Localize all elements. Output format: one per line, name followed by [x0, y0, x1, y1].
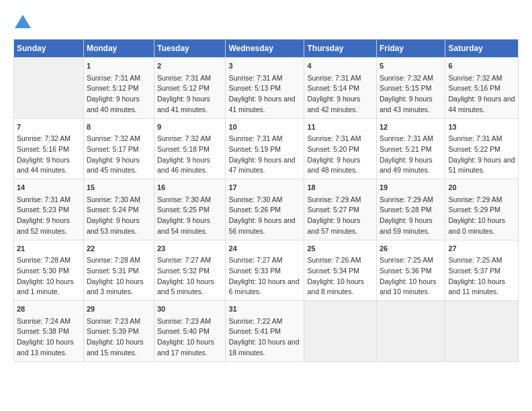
sunset-text: Sunset: 5:30 PM: [17, 267, 69, 275]
svg-marker-0: [15, 15, 31, 28]
sunrise-text: Sunrise: 7:23 AM: [157, 317, 211, 325]
day-number: 26: [380, 243, 443, 255]
sunrise-text: Sunrise: 7:26 AM: [307, 256, 361, 264]
sunset-text: Sunset: 5:22 PM: [448, 145, 500, 153]
day-number: 30: [157, 304, 222, 315]
day-number: 27: [448, 243, 515, 255]
sunset-text: Sunset: 5:18 PM: [157, 145, 210, 153]
sunset-text: Sunset: 5:16 PM: [448, 84, 500, 92]
sunrise-text: Sunrise: 7:32 AM: [87, 134, 140, 142]
sunrise-text: Sunrise: 7:28 AM: [87, 256, 140, 264]
weekday-header: Friday: [376, 40, 445, 58]
daylight-text: Daylight: 9 hours and 48 minutes.: [307, 156, 360, 175]
calendar-cell: 21 Sunrise: 7:28 AM Sunset: 5:30 PM Dayl…: [14, 240, 84, 301]
sunrise-text: Sunrise: 7:31 AM: [17, 195, 71, 203]
day-number: 24: [228, 243, 301, 255]
sunrise-text: Sunrise: 7:30 AM: [87, 195, 140, 203]
daylight-text: Daylight: 9 hours and 52 minutes.: [17, 216, 70, 235]
calendar-cell: 14 Sunrise: 7:31 AM Sunset: 5:23 PM Dayl…: [14, 179, 84, 240]
sunrise-text: Sunrise: 7:30 AM: [228, 195, 282, 203]
calendar-header: SundayMondayTuesdayWednesdayThursdayFrid…: [14, 40, 519, 58]
calendar-cell: 13 Sunrise: 7:31 AM Sunset: 5:22 PM Dayl…: [445, 118, 519, 179]
daylight-text: Daylight: 9 hours and 59 minutes.: [380, 216, 433, 235]
sunset-text: Sunset: 5:33 PM: [228, 267, 281, 275]
day-number: 12: [380, 122, 443, 133]
daylight-text: Daylight: 10 hours and 0 minutes.: [448, 216, 505, 235]
calendar-week-row: 14 Sunrise: 7:31 AM Sunset: 5:23 PM Dayl…: [14, 179, 519, 240]
sunrise-text: Sunrise: 7:31 AM: [307, 134, 361, 142]
sunrise-text: Sunrise: 7:31 AM: [87, 74, 140, 82]
calendar-cell: 28 Sunrise: 7:24 AM Sunset: 5:38 PM Dayl…: [14, 301, 84, 362]
daylight-text: Daylight: 10 hours and 15 minutes.: [87, 338, 144, 357]
daylight-text: Daylight: 9 hours and 43 minutes.: [380, 95, 433, 113]
sunrise-text: Sunrise: 7:31 AM: [307, 74, 361, 82]
daylight-text: Daylight: 10 hours and 17 minutes.: [157, 338, 214, 357]
day-number: 17: [228, 182, 301, 193]
daylight-text: Daylight: 9 hours and 57 minutes.: [307, 216, 360, 235]
daylight-text: Daylight: 10 hours and 8 minutes.: [307, 277, 364, 296]
sunset-text: Sunset: 5:21 PM: [380, 145, 432, 153]
sunrise-text: Sunrise: 7:23 AM: [87, 317, 140, 325]
sunset-text: Sunset: 5:17 PM: [87, 145, 139, 153]
daylight-text: Daylight: 9 hours and 41 minutes.: [228, 95, 295, 113]
sunrise-text: Sunrise: 7:27 AM: [157, 256, 211, 264]
sunset-text: Sunset: 5:38 PM: [17, 327, 69, 335]
day-number: 28: [17, 304, 81, 315]
daylight-text: Daylight: 9 hours and 44 minutes.: [448, 95, 515, 113]
calendar-cell: 25 Sunrise: 7:26 AM Sunset: 5:34 PM Dayl…: [304, 240, 376, 301]
sunset-text: Sunset: 5:16 PM: [17, 145, 69, 153]
calendar-week-row: 1 Sunrise: 7:31 AM Sunset: 5:12 PM Dayli…: [14, 58, 519, 119]
day-number: 19: [380, 182, 443, 193]
calendar-cell: 6 Sunrise: 7:32 AM Sunset: 5:16 PM Dayli…: [445, 58, 519, 119]
day-number: 29: [87, 304, 151, 315]
sunrise-text: Sunrise: 7:31 AM: [380, 134, 433, 142]
daylight-text: Daylight: 9 hours and 47 minutes.: [228, 156, 295, 175]
weekday-header: Thursday: [304, 40, 376, 58]
calendar-cell: 9 Sunrise: 7:32 AM Sunset: 5:18 PM Dayli…: [154, 118, 226, 179]
calendar-cell: 27 Sunrise: 7:25 AM Sunset: 5:37 PM Dayl…: [445, 240, 519, 301]
day-number: 18: [307, 182, 373, 193]
calendar-cell: 10 Sunrise: 7:31 AM Sunset: 5:19 PM Dayl…: [226, 118, 304, 179]
day-number: 23: [157, 243, 222, 255]
sunset-text: Sunset: 5:20 PM: [307, 145, 359, 153]
daylight-text: Daylight: 10 hours and 11 minutes.: [448, 277, 505, 296]
daylight-text: Daylight: 9 hours and 42 minutes.: [307, 95, 360, 113]
sunrise-text: Sunrise: 7:32 AM: [448, 74, 502, 82]
day-number: 13: [448, 122, 515, 133]
sunset-text: Sunset: 5:34 PM: [307, 267, 359, 275]
calendar-cell: 7 Sunrise: 7:32 AM Sunset: 5:16 PM Dayli…: [14, 118, 84, 179]
sunset-text: Sunset: 5:23 PM: [17, 205, 69, 214]
daylight-text: Daylight: 10 hours and 13 minutes.: [17, 338, 74, 357]
day-number: 6: [448, 60, 515, 72]
weekday-header: Sunday: [14, 40, 84, 58]
weekday-header: Monday: [83, 40, 154, 58]
sunset-text: Sunset: 5:31 PM: [87, 267, 139, 275]
day-number: 20: [448, 182, 515, 193]
logo: [13, 13, 35, 32]
calendar-cell: 29 Sunrise: 7:23 AM Sunset: 5:39 PM Dayl…: [83, 301, 154, 362]
daylight-text: Daylight: 10 hours and 1 minute.: [17, 277, 74, 296]
calendar-cell: 15 Sunrise: 7:30 AM Sunset: 5:24 PM Dayl…: [83, 179, 154, 240]
calendar-cell: 26 Sunrise: 7:25 AM Sunset: 5:36 PM Dayl…: [376, 240, 445, 301]
sunset-text: Sunset: 5:27 PM: [307, 205, 359, 214]
weekday-header: Tuesday: [154, 40, 226, 58]
sunset-text: Sunset: 5:25 PM: [157, 205, 210, 214]
sunrise-text: Sunrise: 7:31 AM: [228, 134, 282, 142]
day-number: 11: [307, 122, 373, 133]
calendar-table: SundayMondayTuesdayWednesdayThursdayFrid…: [13, 39, 519, 362]
sunset-text: Sunset: 5:39 PM: [87, 327, 139, 335]
daylight-text: Daylight: 9 hours and 56 minutes.: [228, 216, 295, 235]
calendar-week-row: 7 Sunrise: 7:32 AM Sunset: 5:16 PM Dayli…: [14, 118, 519, 179]
day-number: 7: [17, 122, 81, 133]
sunrise-text: Sunrise: 7:27 AM: [228, 256, 282, 264]
sunrise-text: Sunrise: 7:25 AM: [380, 256, 433, 264]
calendar-cell: [376, 301, 445, 362]
calendar-cell: 1 Sunrise: 7:31 AM Sunset: 5:12 PM Dayli…: [83, 58, 154, 119]
calendar-week-row: 28 Sunrise: 7:24 AM Sunset: 5:38 PM Dayl…: [14, 301, 519, 362]
logo-icon: [13, 13, 32, 32]
sunrise-text: Sunrise: 7:28 AM: [17, 256, 71, 264]
sunrise-text: Sunrise: 7:29 AM: [307, 195, 361, 203]
daylight-text: Daylight: 9 hours and 45 minutes.: [87, 156, 140, 175]
sunrise-text: Sunrise: 7:31 AM: [448, 134, 502, 142]
sunset-text: Sunset: 5:19 PM: [228, 145, 281, 153]
